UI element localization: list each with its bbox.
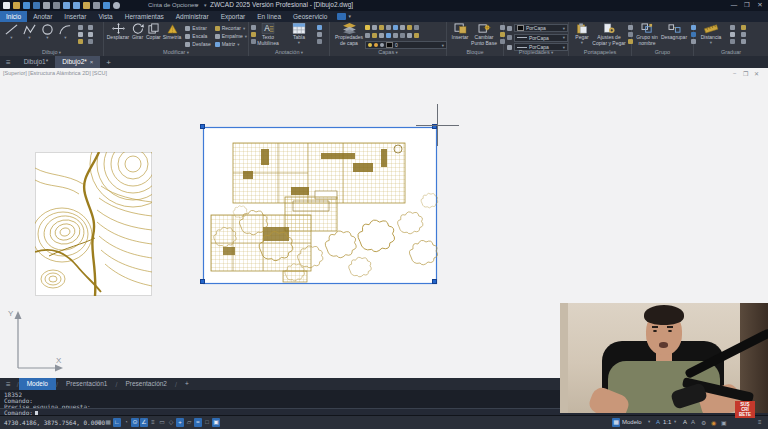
dyn-input-toggle-icon[interactable]: ≡ (149, 418, 157, 427)
doc-close-icon[interactable]: ✕ (754, 70, 759, 77)
new-doc-tab-button[interactable]: + (106, 58, 111, 67)
annotation-auto-icon[interactable]: A (691, 419, 695, 425)
doc-tab-close-icon[interactable]: × (90, 59, 94, 65)
divide-icon[interactable] (741, 25, 746, 30)
measure-area-icon[interactable] (730, 25, 735, 30)
annotation-scale-value[interactable]: 1:1 (663, 419, 671, 425)
panel-label-portapapeles[interactable]: Portapapeles (569, 48, 631, 56)
layer-merge-icon[interactable] (365, 33, 370, 38)
measure-list-icon[interactable] (741, 32, 746, 37)
qat-caret2-icon[interactable]: ▾ (204, 2, 207, 8)
doc-minimize-icon[interactable]: − (733, 70, 737, 76)
grid-toggle-icon[interactable]: ▦ (104, 418, 112, 427)
move-tool[interactable]: Desplazar (107, 23, 129, 41)
plot-icon[interactable] (83, 2, 90, 9)
rotate-tool[interactable]: Girar (131, 23, 144, 41)
panel-label-capas[interactable]: Capas (330, 48, 446, 56)
text-style-icon[interactable] (317, 39, 322, 44)
layout-tab-presentacion2[interactable]: Presentación2 (117, 378, 175, 390)
settings-gear-icon[interactable]: ⚙ (701, 419, 706, 426)
print-icon[interactable] (43, 2, 50, 9)
grip-top-left[interactable] (200, 124, 205, 129)
array-tool[interactable]: Matriz (215, 40, 240, 48)
hatch-icon[interactable] (78, 39, 83, 44)
distance-tool[interactable]: Distancia (698, 23, 724, 45)
osnap-toggle-icon[interactable]: ⊙ (131, 418, 139, 427)
scale-caret-icon[interactable]: ▾ (674, 419, 676, 424)
paste-tool[interactable]: Pegar (572, 23, 592, 45)
table-tool[interactable]: Tabla (287, 23, 311, 45)
scale-tool[interactable]: Escala (185, 32, 207, 40)
new-file-icon[interactable] (3, 2, 10, 9)
preview-icon[interactable] (53, 2, 60, 9)
polar-toggle-icon[interactable]: ◔ (122, 418, 130, 427)
layer-off-icon[interactable] (414, 25, 419, 30)
close-button[interactable]: ✕ (754, 0, 766, 10)
id-point-icon[interactable] (741, 39, 746, 44)
layer-freeze-icon[interactable] (372, 25, 377, 30)
tab-inicio[interactable]: Inicio (0, 11, 27, 22)
annotation-visibility-icon[interactable]: A (683, 419, 687, 425)
copy-tool[interactable]: Copiar (146, 23, 161, 41)
online-globe-icon[interactable]: ◉ (711, 419, 716, 426)
layer-delete-icon[interactable] (372, 33, 377, 38)
panel-label-bloque[interactable]: Bloque (447, 48, 503, 56)
otrack-toggle-icon[interactable]: ∠ (140, 418, 148, 427)
layer-on-icon[interactable] (365, 25, 370, 30)
unnamed-group-tool[interactable]: Grupo sinnombre (635, 23, 659, 46)
restore-button[interactable]: ❐ (741, 0, 753, 10)
layer-thaw-icon[interactable] (379, 33, 384, 38)
annotation-toggle-icon[interactable]: ≈ (194, 418, 202, 427)
model-space-label[interactable]: Modelo (622, 419, 642, 425)
layout-tab-modelo[interactable]: Modelo (19, 378, 56, 390)
tab-insertar[interactable]: Insertar (58, 11, 92, 22)
mirror-tool[interactable]: Simetría (163, 23, 182, 41)
layer-copy-icon[interactable] (407, 33, 412, 38)
annotation-scale-a-icon[interactable]: A (656, 419, 660, 425)
doc-tab-dibujo1[interactable]: Dibujo1* (17, 56, 56, 68)
open-folder-icon[interactable] (13, 2, 20, 9)
tab-herramientas[interactable]: Herramientas (119, 11, 170, 22)
panel-label-graduar[interactable]: Graduar (694, 48, 768, 56)
grip-bottom-right[interactable] (432, 279, 437, 284)
tab-administrar[interactable]: Administrar (170, 11, 215, 22)
viewport-controls[interactable]: [Superior] [Estructura Alámbrica 2D] [SC… (3, 70, 107, 76)
ribbon-style-dropdown[interactable]: Cinta de Opciones (148, 2, 197, 8)
cycle-select-toggle-icon[interactable]: + (176, 418, 184, 427)
panel-label-modificar[interactable]: Modificar (104, 48, 248, 56)
layout-menu-icon[interactable]: ≡ (6, 380, 11, 389)
panel-label-dibujo[interactable]: Dibujo (0, 48, 103, 56)
qat-caret-icon[interactable]: ▾ (196, 2, 199, 8)
fillet-tool[interactable]: Empalme (215, 32, 247, 40)
dyn-ucs-toggle-icon[interactable]: ▱ (185, 418, 193, 427)
insert-block-tool[interactable]: Insertar (450, 23, 470, 41)
point-icon[interactable] (88, 39, 93, 44)
tab-en-linea[interactable]: En línea (251, 11, 287, 22)
mtext-tool[interactable]: A TextoMultilínea (253, 23, 283, 46)
grip-bottom-left[interactable] (200, 279, 205, 284)
model-space-icon[interactable]: ▦ (612, 418, 620, 427)
stretch-tool[interactable]: Estirar (185, 24, 206, 32)
ungroup-tool[interactable]: Desagrupar (662, 23, 686, 41)
lineweight-dropdown[interactable]: PorCapa ▾ (514, 34, 568, 42)
model-caret-icon[interactable]: ▾ (648, 419, 650, 424)
minimize-button[interactable]: — (728, 0, 740, 10)
layer-vp-icon[interactable] (414, 33, 419, 38)
dimension-icon[interactable] (317, 25, 322, 30)
lineweight-toggle-icon[interactable]: ▭ (158, 418, 166, 427)
transparency-toggle-icon[interactable]: ◇ (167, 418, 175, 427)
change-base-point-tool[interactable]: CambiarPunto Base (472, 23, 496, 46)
layer-unlock-icon[interactable] (386, 33, 391, 38)
save-as-icon[interactable] (33, 2, 40, 9)
spline-icon[interactable] (88, 32, 93, 37)
layout-tab-presentacion1[interactable]: Presentación1 (58, 378, 116, 390)
status-menu-icon[interactable]: ≡ (758, 419, 762, 425)
layer-lock-icon[interactable] (379, 25, 384, 30)
doc-restore-icon[interactable]: ❐ (743, 70, 748, 77)
layer-state-icon[interactable] (400, 33, 405, 38)
snap-toggle-icon[interactable]: ⊞ (95, 418, 103, 427)
tab-anotar[interactable]: Anotar (27, 11, 58, 22)
layer-isolate-icon[interactable] (386, 25, 391, 30)
add-layout-button[interactable]: + (177, 378, 197, 390)
trim-tool[interactable]: Recortar (215, 24, 245, 32)
